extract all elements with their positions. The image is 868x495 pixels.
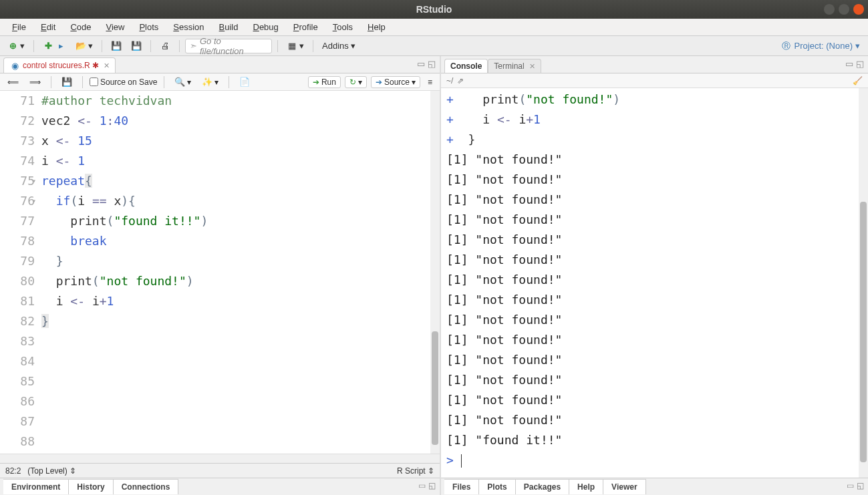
main-toolbar: ⊕▾ ✚▸ 📂▾ 💾 💾 🖨 Go to file/function ▦▾ Ad… bbox=[0, 36, 868, 56]
tab-packages[interactable]: Packages bbox=[516, 479, 569, 494]
scope-selector[interactable]: (Top Level) ⇕ bbox=[27, 466, 76, 476]
menu-code[interactable]: Code bbox=[63, 20, 98, 34]
maximize-pane-icon[interactable]: ◱ bbox=[428, 481, 436, 490]
new-project-button[interactable]: ✚▸ bbox=[39, 39, 69, 53]
menu-build[interactable]: Build bbox=[212, 20, 245, 34]
working-dir[interactable]: ~/ bbox=[446, 76, 453, 86]
source-button[interactable]: ➔Source ▾ bbox=[371, 76, 420, 88]
console-scrollbar[interactable] bbox=[859, 88, 868, 478]
r-file-icon: ◉ bbox=[9, 60, 20, 71]
maximize-button[interactable] bbox=[839, 4, 849, 15]
window-title: RStudio bbox=[416, 4, 452, 15]
menu-edit[interactable]: Edit bbox=[34, 20, 62, 34]
console-path-bar: ~/ ⇗ 🧹 bbox=[441, 73, 868, 88]
menu-debug[interactable]: Debug bbox=[247, 20, 285, 34]
menu-tools[interactable]: Tools bbox=[326, 20, 359, 34]
run-button[interactable]: ➔Run bbox=[308, 76, 341, 88]
maximize-pane-icon[interactable]: ◱ bbox=[856, 59, 864, 69]
close-button[interactable] bbox=[853, 4, 864, 15]
cursor-position: 82:2 bbox=[5, 466, 21, 476]
env-tabstrip: EnvironmentHistoryConnections▭◱ bbox=[0, 478, 440, 495]
tab-help[interactable]: Help bbox=[569, 479, 603, 494]
menubar: FileEditCodeViewPlotsSessionBuildDebugPr… bbox=[0, 19, 868, 36]
new-file-button[interactable]: ⊕▾ bbox=[4, 39, 28, 53]
source-tabstrip: ◉ control strucures.R ✱ ✕ ▭ ◱ bbox=[0, 56, 440, 73]
minimize-pane-icon[interactable]: ▭ bbox=[847, 481, 854, 490]
source-tab[interactable]: ◉ control strucures.R ✱ ✕ bbox=[3, 57, 116, 73]
print-button[interactable]: 🖨 bbox=[156, 39, 174, 53]
console-pane: Console Terminal✕ ▭◱ ~/ ⇗ 🧹 + print("not… bbox=[441, 56, 868, 495]
maximize-pane-icon[interactable]: ◱ bbox=[428, 59, 436, 69]
tab-viewer[interactable]: Viewer bbox=[603, 479, 645, 494]
minimize-button[interactable] bbox=[824, 4, 835, 15]
minimize-pane-icon[interactable]: ▭ bbox=[845, 59, 853, 69]
menu-file[interactable]: File bbox=[5, 20, 33, 34]
code-editor[interactable]: 71727374757677787980818283848586878889 #… bbox=[0, 91, 440, 454]
menu-profile[interactable]: Profile bbox=[287, 20, 325, 34]
project-selector[interactable]: ⓇProject: (None) ▾ bbox=[777, 39, 864, 53]
editor-scrollbar[interactable] bbox=[430, 91, 440, 454]
menu-plots[interactable]: Plots bbox=[132, 20, 165, 34]
popout-icon[interactable]: ⇗ bbox=[457, 76, 464, 86]
rerun-button[interactable]: ↻▾ bbox=[345, 76, 367, 88]
maximize-pane-icon[interactable]: ◱ bbox=[857, 481, 864, 490]
language-selector[interactable]: R Script ⇕ bbox=[397, 466, 434, 476]
tab-history[interactable]: History bbox=[69, 479, 113, 494]
tab-console[interactable]: Console bbox=[444, 59, 488, 73]
console-output[interactable]: + print("not found!") + i <- i+1 + } [1]… bbox=[441, 88, 868, 478]
source-statusbar: 82:2 (Top Level) ⇕ R Script ⇕ bbox=[0, 463, 440, 478]
source-on-save-checkbox[interactable]: Source on Save bbox=[90, 77, 157, 87]
save-all-button[interactable]: 💾 bbox=[128, 39, 145, 53]
tab-label: control strucures.R ✱ bbox=[23, 61, 99, 70]
menu-view[interactable]: View bbox=[99, 20, 131, 34]
tab-connections[interactable]: Connections bbox=[114, 479, 179, 494]
clear-console-icon[interactable]: 🧹 bbox=[853, 76, 863, 86]
source-pane: ◉ control strucures.R ✱ ✕ ▭ ◱ ⟸ ⟹ 💾 Sour… bbox=[0, 56, 441, 495]
menu-session[interactable]: Session bbox=[166, 20, 210, 34]
addins-button[interactable]: Addins ▾ bbox=[319, 39, 359, 52]
tab-files[interactable]: Files bbox=[444, 479, 479, 494]
tab-terminal[interactable]: Terminal✕ bbox=[488, 59, 541, 73]
save-button[interactable]: 💾 bbox=[108, 39, 125, 53]
tab-close-icon[interactable]: ✕ bbox=[529, 62, 535, 71]
window-titlebar: RStudio bbox=[0, 0, 868, 19]
tab-environment[interactable]: Environment bbox=[3, 479, 69, 494]
console-tabstrip: Console Terminal✕ ▭◱ bbox=[441, 56, 868, 73]
tab-close-icon[interactable]: ✕ bbox=[104, 61, 110, 70]
source-toolbar: ⟸ ⟹ 💾 Source on Save 🔍▾ ✨▾ 📄 ➔Run ↻▾ ➔So… bbox=[0, 73, 440, 91]
show-in-new-button[interactable]: 💾 bbox=[58, 75, 76, 89]
outline-button[interactable]: ≡ bbox=[424, 76, 436, 88]
files-tabstrip: FilesPlotsPackagesHelpViewer▭◱ bbox=[441, 478, 868, 495]
open-file-button[interactable]: 📂▾ bbox=[72, 39, 96, 53]
grid-button[interactable]: ▦▾ bbox=[283, 39, 307, 53]
compile-report-button[interactable]: 📄 bbox=[236, 75, 253, 89]
minimize-pane-icon[interactable]: ▭ bbox=[418, 481, 426, 490]
minimize-pane-icon[interactable]: ▭ bbox=[417, 59, 425, 69]
back-button[interactable]: ⟸ bbox=[4, 76, 22, 88]
tab-plots[interactable]: Plots bbox=[479, 479, 515, 494]
menu-help[interactable]: Help bbox=[361, 20, 392, 34]
goto-file-input[interactable]: Go to file/function bbox=[185, 39, 272, 53]
wand-button[interactable]: ✨▾ bbox=[198, 75, 222, 89]
forward-button[interactable]: ⟹ bbox=[26, 76, 44, 88]
find-button[interactable]: 🔍▾ bbox=[171, 75, 194, 89]
editor-hscroll[interactable] bbox=[0, 454, 440, 463]
